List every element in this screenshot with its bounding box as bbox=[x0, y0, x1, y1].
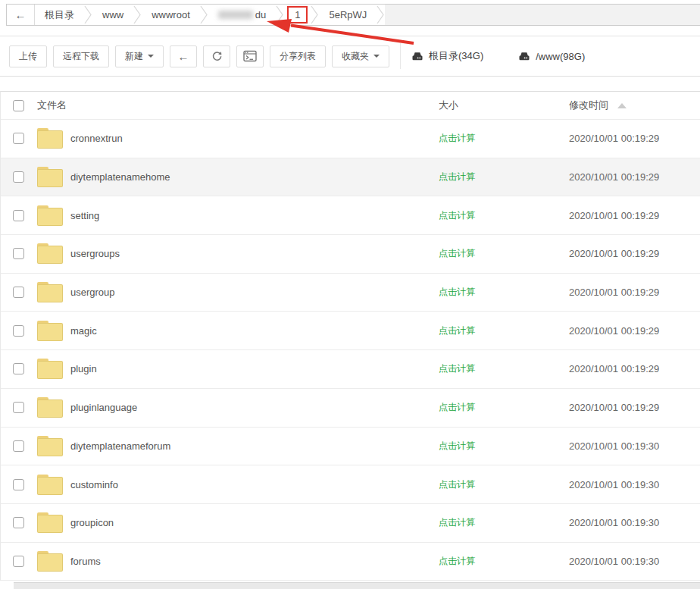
folder-icon bbox=[37, 243, 63, 264]
disk-root[interactable]: 根目录(34G) bbox=[411, 49, 483, 63]
row-checkbox[interactable] bbox=[13, 287, 24, 298]
select-all-checkbox[interactable] bbox=[13, 100, 24, 111]
file-size-link[interactable]: 点击计算 bbox=[439, 440, 475, 451]
chevron-right-icon bbox=[311, 5, 319, 25]
row-checkbox[interactable] bbox=[13, 133, 24, 144]
file-name[interactable]: diytemplatenameforum bbox=[70, 440, 170, 452]
table-row[interactable]: groupicon 点击计算 2020/10/01 00:19:30 bbox=[1, 504, 700, 543]
row-checkbox[interactable] bbox=[13, 517, 24, 528]
row-checkbox[interactable] bbox=[13, 171, 24, 183]
file-size-link[interactable]: 点击计算 bbox=[439, 479, 475, 490]
share-list-button[interactable]: 分享列表 bbox=[270, 45, 326, 67]
file-size-link[interactable]: 点击计算 bbox=[439, 171, 475, 182]
file-name[interactable]: groupicon bbox=[70, 517, 114, 528]
folder-icon bbox=[37, 551, 63, 572]
table-row[interactable]: usergroups 点击计算 2020/10/01 00:19:29 bbox=[1, 235, 700, 274]
table-row[interactable]: usergroup 点击计算 2020/10/01 00:19:29 bbox=[1, 274, 700, 312]
folder-icon bbox=[37, 436, 63, 456]
terminal-button[interactable] bbox=[236, 45, 264, 67]
file-size-link[interactable]: 点击计算 bbox=[439, 517, 475, 528]
file-mtime: 2020/10/01 00:19:29 bbox=[569, 248, 659, 259]
table-row[interactable]: diytemplatenamehome 点击计算 2020/10/01 00:1… bbox=[1, 158, 700, 197]
new-dropdown-button[interactable]: 新建 bbox=[115, 45, 164, 67]
disk-www[interactable]: /www(98G) bbox=[518, 51, 585, 62]
file-size-link[interactable]: 点击计算 bbox=[439, 402, 475, 412]
breadcrumb-item-1[interactable]: 1 bbox=[284, 5, 311, 25]
header-mtime[interactable]: 修改时间 bbox=[569, 99, 700, 112]
folder-icon bbox=[37, 205, 63, 226]
file-name[interactable]: custominfo bbox=[70, 479, 118, 490]
table-row[interactable]: setting 点击计算 2020/10/01 00:19:29 bbox=[1, 196, 700, 235]
file-size-link[interactable]: 点击计算 bbox=[439, 363, 475, 374]
breadcrumb-item-root[interactable]: 根目录 bbox=[35, 5, 84, 25]
file-size-link[interactable]: 点击计算 bbox=[439, 133, 475, 143]
row-checkbox[interactable] bbox=[13, 440, 24, 452]
file-name[interactable]: diytemplatenamehome bbox=[70, 171, 170, 183]
file-name[interactable]: setting bbox=[70, 210, 99, 221]
file-manager-window: ← 根目录 www wwwroot du 1 bbox=[0, 0, 700, 589]
file-size-link[interactable]: 点击计算 bbox=[439, 325, 475, 336]
disk-label: /www(98G) bbox=[536, 51, 585, 62]
hard-drive-icon bbox=[411, 51, 423, 61]
breadcrumb-item-www[interactable]: www bbox=[92, 5, 133, 25]
breadcrumb-label: du bbox=[255, 9, 266, 20]
folder-icon bbox=[37, 512, 63, 533]
file-name[interactable]: plugin bbox=[70, 363, 97, 374]
breadcrumb-item-wwwroot[interactable]: wwwroot bbox=[142, 5, 200, 25]
row-checkbox[interactable] bbox=[13, 363, 24, 374]
file-name[interactable]: cronnextrun bbox=[70, 133, 123, 144]
file-table-body: cronnextrun 点击计算 2020/10/01 00:19:29 diy… bbox=[1, 120, 700, 581]
table-row[interactable]: plugin 点击计算 2020/10/01 00:19:29 bbox=[1, 350, 700, 389]
chevron-right-icon bbox=[133, 5, 142, 25]
folder-icon bbox=[37, 397, 63, 418]
back-button[interactable]: ← bbox=[170, 45, 197, 67]
row-checkbox[interactable] bbox=[13, 479, 24, 490]
new-label: 新建 bbox=[125, 50, 143, 63]
terminal-icon bbox=[243, 50, 257, 62]
file-size-link[interactable]: 点击计算 bbox=[439, 556, 475, 566]
dropdown-caret-icon bbox=[373, 55, 380, 58]
breadcrumb-back-button[interactable]: ← bbox=[7, 5, 35, 25]
header-filename[interactable]: 文件名 bbox=[37, 99, 67, 112]
favorites-dropdown-button[interactable]: 收藏夹 bbox=[332, 45, 389, 67]
header-size[interactable]: 大小 bbox=[439, 99, 569, 112]
row-checkbox[interactable] bbox=[13, 210, 24, 221]
remote-download-button[interactable]: 远程下载 bbox=[53, 45, 109, 67]
file-mtime: 2020/10/01 00:19:30 bbox=[569, 479, 659, 490]
file-name[interactable]: magic bbox=[70, 325, 97, 337]
folder-icon bbox=[37, 359, 63, 379]
table-row[interactable]: cronnextrun 点击计算 2020/10/01 00:19:29 bbox=[1, 120, 700, 158]
file-size-link[interactable]: 点击计算 bbox=[439, 248, 475, 258]
table-row[interactable]: diytemplatenameforum 点击计算 2020/10/01 00:… bbox=[1, 428, 700, 466]
file-mtime: 2020/10/01 00:19:29 bbox=[569, 363, 659, 374]
row-checkbox[interactable] bbox=[13, 402, 24, 413]
breadcrumb-label: 5eRpWJ bbox=[329, 9, 367, 20]
refresh-icon bbox=[211, 51, 223, 62]
table-row[interactable]: magic 点击计算 2020/10/01 00:19:29 bbox=[1, 312, 700, 350]
row-checkbox[interactable] bbox=[13, 556, 24, 567]
file-name[interactable]: usergroups bbox=[70, 248, 120, 259]
row-checkbox[interactable] bbox=[13, 325, 24, 337]
refresh-button[interactable] bbox=[203, 45, 230, 67]
file-name[interactable]: pluginlanguage bbox=[70, 402, 137, 413]
folder-icon bbox=[37, 167, 63, 187]
hard-drive-icon bbox=[518, 51, 530, 61]
file-name[interactable]: forums bbox=[70, 556, 101, 567]
file-size-link[interactable]: 点击计算 bbox=[439, 210, 475, 221]
file-size-link[interactable]: 点击计算 bbox=[439, 287, 475, 297]
breadcrumb-empty-area bbox=[385, 5, 700, 25]
folder-icon bbox=[37, 282, 63, 302]
dropdown-caret-icon bbox=[148, 55, 154, 58]
table-row[interactable]: pluginlanguage 点击计算 2020/10/01 00:19:29 bbox=[1, 389, 700, 428]
breadcrumb-label: wwwroot bbox=[152, 9, 190, 20]
file-mtime: 2020/10/01 00:19:29 bbox=[569, 210, 659, 221]
table-row[interactable]: forums 点击计算 2020/10/01 00:19:30 bbox=[1, 543, 700, 581]
breadcrumb-item-site[interactable]: du bbox=[208, 5, 276, 25]
file-name[interactable]: usergroup bbox=[70, 287, 115, 298]
table-row[interactable]: custominfo 点击计算 2020/10/01 00:19:30 bbox=[1, 465, 700, 504]
folder-icon bbox=[37, 475, 63, 495]
folder-icon bbox=[37, 321, 63, 341]
row-checkbox[interactable] bbox=[13, 248, 24, 259]
upload-button[interactable]: 上传 bbox=[9, 45, 47, 67]
breadcrumb-item-5eRpWJ[interactable]: 5eRpWJ bbox=[319, 5, 377, 25]
